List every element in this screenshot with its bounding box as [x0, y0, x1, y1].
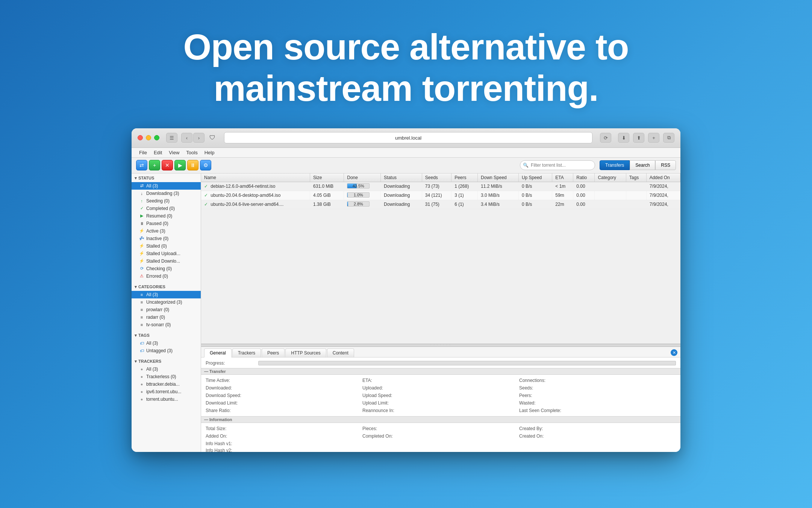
col-tags[interactable]: Tags: [626, 173, 646, 182]
sidebar-item-untagged[interactable]: 🏷 Untagged (3): [132, 347, 201, 354]
search-tab[interactable]: Search: [630, 160, 655, 170]
sidebar-item-tag-all[interactable]: 🏷 All (3): [132, 339, 201, 347]
forward-button[interactable]: ›: [193, 133, 205, 143]
sidebar-item-cat-all[interactable]: ≡ All (3): [132, 291, 201, 298]
sidebar-item-seeding[interactable]: ↑ Seeding (0): [132, 197, 201, 205]
col-ratio[interactable]: Ratio: [573, 173, 595, 182]
sidebar-item-tracker-all[interactable]: ● All (3): [132, 365, 201, 373]
sidebar-item-stalled-downloading[interactable]: ⚡ Stalled Downlo...: [132, 257, 201, 265]
window-title: umbrel.local: [395, 135, 421, 141]
col-category[interactable]: Category: [595, 173, 626, 182]
sidebar-item-resumed[interactable]: ▶ Resumed (0): [132, 212, 201, 220]
add-torrent-button[interactable]: +: [149, 160, 160, 170]
tab-overview-button[interactable]: ⧉: [663, 133, 674, 143]
start-button[interactable]: ▶: [174, 160, 186, 170]
bttracker-icon: ●: [139, 382, 144, 386]
share-icon[interactable]: ⬆: [633, 133, 644, 143]
menu-file[interactable]: File: [136, 149, 150, 156]
trackers-section-header[interactable]: ▾ TRACKERS: [132, 357, 201, 365]
cell-done: 1.0%: [344, 191, 381, 200]
progress-text: 2.8%: [347, 201, 370, 207]
sidebar-item-sonarr[interactable]: ≡ tv-sonarr (0): [132, 321, 201, 329]
detail-tab-trackers[interactable]: Trackers: [232, 348, 261, 357]
last-seen-value: [573, 408, 676, 413]
col-status[interactable]: Status: [381, 173, 422, 182]
sidebar-toggle-button[interactable]: ☰: [166, 133, 177, 143]
sidebar-item-radarr[interactable]: ≡ radarr (0): [132, 313, 201, 321]
hash-v2-label: Info Hash v2:: [206, 448, 258, 452]
col-peers[interactable]: Peers: [451, 173, 478, 182]
table-row[interactable]: ✓ ubuntu-20.04.6-desktop-amd64.iso 4.05 …: [201, 191, 680, 200]
sidebar-item-paused[interactable]: ⏸ Paused (0): [132, 220, 201, 227]
close-detail-button[interactable]: ✕: [671, 349, 677, 356]
remove-button[interactable]: ✕: [162, 160, 173, 170]
sidebar-errored-label: Errored (0): [146, 274, 168, 279]
tags-section-header[interactable]: ▾ TAGS: [132, 331, 201, 339]
sidebar-item-prowlarr[interactable]: ≡ prowlarr (0): [132, 306, 201, 313]
pause-button[interactable]: ⏸: [187, 160, 198, 170]
row-check-icon: ✓: [204, 202, 208, 207]
time-active-label: Time Active:: [206, 378, 258, 383]
col-size[interactable]: Size: [310, 173, 344, 182]
cell-tags: [626, 200, 646, 209]
sidebar-item-completed[interactable]: ✓ Completed (0): [132, 205, 201, 212]
sidebar-item-ubuntutracker[interactable]: ● torrent.ubuntu...: [132, 395, 201, 403]
added-on-value: [260, 433, 362, 439]
sidebar-item-bttracker[interactable]: ● bttracker.debia...: [132, 380, 201, 388]
seeds-cell: Seeds:: [519, 385, 676, 391]
table-row[interactable]: ✓ ubuntu-20.04.6-live-server-amd64.... 1…: [201, 200, 680, 209]
rss-tab[interactable]: RSS: [655, 160, 676, 170]
col-name[interactable]: Name: [201, 173, 310, 182]
download-icon[interactable]: ⬇: [618, 133, 629, 143]
close-button[interactable]: [138, 135, 143, 140]
torrent-table[interactable]: Name Size Done Status Seeds Peers Down S…: [201, 173, 680, 344]
col-added[interactable]: Added On: [646, 173, 680, 182]
sidebar-item-inactive[interactable]: 💤 Inactive (0): [132, 235, 201, 242]
sidebar-item-trackerless[interactable]: ● Trackerless (0): [132, 373, 201, 380]
back-button[interactable]: ‹: [181, 133, 192, 143]
menu-help[interactable]: Help: [201, 149, 218, 156]
total-size-label: Total Size:: [206, 426, 258, 431]
col-done[interactable]: Done: [344, 173, 381, 182]
sidebar-item-all[interactable]: ⇄ All (3): [132, 182, 201, 190]
menu-edit[interactable]: Edit: [151, 149, 165, 156]
col-eta[interactable]: ETA: [552, 173, 573, 182]
detail-tab-content[interactable]: Content: [327, 348, 354, 357]
resume-button[interactable]: ⇄: [136, 160, 147, 170]
trackers-section-label: TRACKERS: [138, 359, 161, 364]
refresh-button[interactable]: ⟳: [600, 133, 611, 143]
table-row[interactable]: ✓ debian-12.6.0-amd64-netinst.iso 631.0 …: [201, 182, 680, 191]
sidebar-item-errored[interactable]: ⚠ Errored (0): [132, 272, 201, 280]
wasted-cell: Wasted:: [519, 400, 676, 406]
status-section-header[interactable]: ▾ STATUS: [132, 173, 201, 182]
detail-tab-peers[interactable]: Peers: [262, 348, 285, 357]
menu-tools[interactable]: Tools: [183, 149, 200, 156]
sidebar-all-label: All (3): [146, 183, 158, 189]
sidebar-uncategorized-label: Uncategorized (3): [146, 300, 182, 305]
address-bar[interactable]: umbrel.local: [224, 132, 592, 143]
col-up-speed[interactable]: Up Speed: [518, 173, 552, 182]
cell-seeds: 34 (121): [422, 191, 451, 200]
sidebar-item-stalled[interactable]: ⚡ Stalled (0): [132, 242, 201, 250]
sidebar-item-checking[interactable]: ⟳ Checking (0): [132, 265, 201, 272]
menu-view[interactable]: View: [166, 149, 182, 156]
transfers-tab[interactable]: Transfers: [600, 160, 630, 170]
new-tab-button[interactable]: +: [648, 133, 659, 143]
sidebar-item-active[interactable]: ⚡ Active (3): [132, 227, 201, 235]
sidebar-item-downloading[interactable]: ↓ Downloading (3): [132, 190, 201, 197]
settings-button[interactable]: ⚙: [200, 160, 211, 170]
sidebar-item-ipv6tracker[interactable]: ● ipv6.torrent.ubu...: [132, 388, 201, 395]
app-window: ☰ ‹ › 🛡 umbrel.local ⟳ ⬇ ⬆ + ⧉ File Edit…: [132, 128, 680, 452]
col-down-speed[interactable]: Down Speed: [478, 173, 519, 182]
maximize-button[interactable]: [154, 135, 159, 140]
col-seeds[interactable]: Seeds: [422, 173, 451, 182]
ubuntutracker-icon: ●: [139, 397, 144, 402]
detail-tab-general[interactable]: General: [204, 348, 232, 357]
minimize-button[interactable]: [146, 135, 151, 140]
sidebar-item-uncategorized[interactable]: ≡ Uncategorized (3): [132, 298, 201, 306]
detail-tab-http-sources[interactable]: HTTP Sources: [285, 348, 326, 357]
categories-section-header[interactable]: ▾ CATEGORIES: [132, 282, 201, 291]
sidebar-item-stalled-uploading[interactable]: ⚡ Stalled Uploadi...: [132, 250, 201, 257]
resize-handle[interactable]: · · · · · · ·: [201, 344, 680, 347]
filter-input[interactable]: [520, 160, 595, 170]
